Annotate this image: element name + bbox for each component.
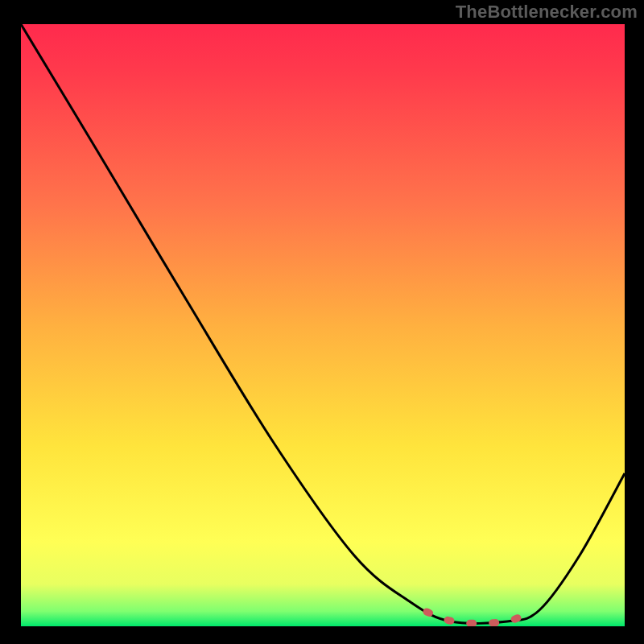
watermark-text: TheBottlenecker.com [456, 2, 638, 23]
bottleneck-chart [0, 0, 644, 644]
gradient-background [21, 24, 625, 626]
chart-frame: TheBottlenecker.com [0, 0, 644, 644]
